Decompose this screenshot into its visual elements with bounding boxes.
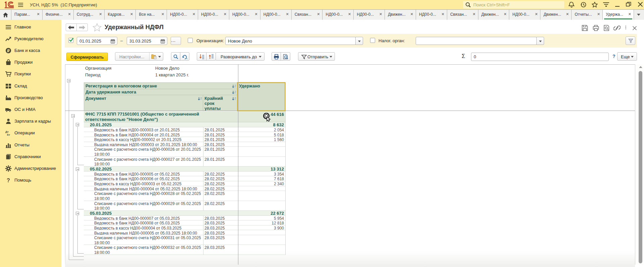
svg-text:Дт: Дт xyxy=(5,130,9,133)
svg-text:Кт: Кт xyxy=(7,133,10,136)
svg-text:?: ? xyxy=(7,178,10,183)
svg-text:₽: ₽ xyxy=(7,48,10,53)
